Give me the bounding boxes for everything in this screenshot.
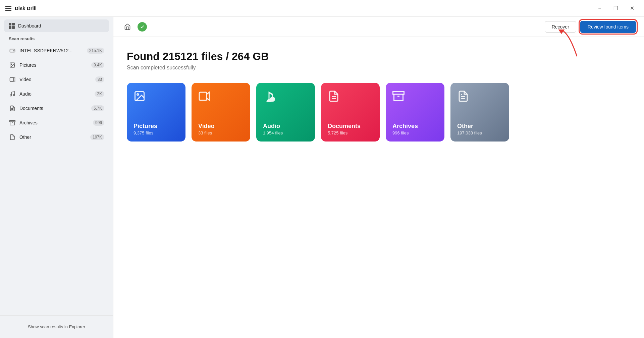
card-audio-name: Audio	[263, 123, 308, 130]
content-area: Recover Review found items Found 215121 …	[113, 17, 644, 338]
sidebar-documents-count: 5.7K	[91, 105, 104, 111]
card-documents[interactable]: Documents 5,725 files	[321, 83, 380, 142]
pictures-icon	[9, 61, 16, 69]
archives-icon	[9, 119, 16, 126]
title-bar-left: Disk Drill	[5, 5, 593, 11]
svg-rect-9	[10, 120, 15, 122]
card-video-icon	[198, 90, 244, 105]
sidebar-item-documents[interactable]: Documents 5.7K	[4, 101, 109, 115]
dashboard-label: Dashboard	[18, 23, 41, 29]
card-other-icon	[457, 90, 502, 105]
card-video-name: Video	[198, 123, 244, 130]
sidebar-item-intel-ssd[interactable]: INTEL SSDPEKNW512... 215.1K	[4, 44, 109, 58]
sidebar-pictures-name: Pictures	[19, 62, 91, 68]
card-pictures-count: 9,375 files	[133, 130, 179, 135]
card-video[interactable]: Video 33 files	[192, 83, 250, 142]
documents-icon	[9, 105, 16, 112]
svg-point-3	[11, 64, 12, 64]
sidebar-nav: Dashboard Scan results INTEL SSDPEKNW512…	[0, 17, 113, 147]
video-icon	[9, 76, 16, 83]
title-bar: Disk Drill − ❐ ✕	[0, 0, 644, 17]
content-toolbar: Recover Review found items	[113, 17, 644, 37]
sidebar-item-other[interactable]: Other 197K	[4, 130, 109, 144]
app-body: Dashboard Scan results INTEL SSDPEKNW512…	[0, 17, 644, 338]
sidebar-item-audio[interactable]: Audio 2K	[4, 87, 109, 101]
card-pictures-name: Pictures	[133, 123, 179, 130]
sidebar-audio-count: 2K	[95, 91, 104, 97]
file-type-cards: Pictures 9,375 files Video 33 files	[127, 83, 631, 142]
sidebar-video-count: 33	[95, 76, 104, 82]
card-other-name: Other	[457, 123, 502, 130]
sidebar-item-dashboard[interactable]: Dashboard	[4, 19, 109, 32]
svg-point-13	[137, 94, 139, 96]
sidebar-archives-count: 996	[93, 120, 104, 126]
audio-icon	[9, 90, 16, 98]
sidebar: Dashboard Scan results INTEL SSDPEKNW512…	[0, 17, 113, 338]
card-audio-icon	[263, 90, 308, 105]
scan-status: Scan completed successfully	[127, 65, 631, 71]
title-bar-controls: − ❐ ✕	[593, 2, 639, 15]
sidebar-intel-count: 215.1K	[87, 48, 104, 54]
sidebar-item-pictures[interactable]: Pictures 9.4K	[4, 58, 109, 72]
card-pictures[interactable]: Pictures 9,375 files	[127, 83, 185, 142]
sidebar-video-name: Video	[19, 77, 95, 82]
sidebar-intel-name: INTEL SSDPEKNW512...	[19, 48, 87, 53]
svg-rect-4	[10, 77, 14, 81]
minimize-button[interactable]: −	[593, 2, 606, 15]
home-button[interactable]	[121, 21, 133, 33]
sidebar-other-count: 197K	[90, 134, 104, 140]
close-button[interactable]: ✕	[625, 2, 639, 15]
maximize-button[interactable]: ❐	[609, 2, 623, 15]
card-archives-name: Archives	[392, 123, 438, 130]
other-icon	[9, 133, 16, 141]
card-audio-count: 1,954 files	[263, 130, 308, 135]
card-audio[interactable]: Audio 1,954 files	[256, 83, 315, 142]
svg-point-6	[13, 94, 15, 96]
scan-results-label: Scan results	[4, 34, 109, 43]
card-documents-count: 5,725 files	[328, 130, 373, 135]
found-title: Found 215121 files / 264 GB	[127, 50, 631, 63]
sidebar-footer: Show scan results in Explorer	[0, 315, 113, 338]
app-title: Disk Drill	[15, 5, 37, 11]
card-archives[interactable]: Archives 996 files	[386, 83, 444, 142]
sidebar-item-archives[interactable]: Archives 996	[4, 116, 109, 130]
sidebar-documents-name: Documents	[19, 106, 91, 111]
sidebar-pictures-count: 9.4K	[91, 62, 104, 68]
svg-point-5	[10, 95, 12, 96]
card-documents-name: Documents	[328, 123, 373, 130]
hdd-icon	[9, 47, 16, 54]
svg-rect-17	[393, 92, 404, 95]
svg-point-1	[13, 50, 14, 51]
review-found-items-button[interactable]: Review found items	[580, 21, 636, 33]
sidebar-other-name: Other	[19, 134, 90, 140]
grid-icon	[9, 23, 15, 29]
sidebar-archives-name: Archives	[19, 120, 93, 125]
card-documents-icon	[328, 90, 373, 105]
sidebar-audio-name: Audio	[19, 91, 95, 97]
hamburger-icon[interactable]	[5, 6, 11, 11]
card-archives-icon	[392, 90, 438, 105]
show-explorer-button[interactable]: Show scan results in Explorer	[5, 321, 108, 333]
card-archives-count: 996 files	[392, 130, 438, 135]
card-video-count: 33 files	[198, 130, 244, 135]
card-other[interactable]: Other 197,038 files	[450, 83, 509, 142]
scan-complete-icon	[138, 22, 147, 32]
card-pictures-icon	[133, 90, 179, 105]
recover-button[interactable]: Recover	[545, 21, 576, 33]
svg-rect-14	[199, 92, 207, 100]
sidebar-item-video[interactable]: Video 33	[4, 72, 109, 87]
card-other-count: 197,038 files	[457, 130, 502, 135]
main-content: Found 215121 files / 264 GB Scan complet…	[113, 37, 644, 338]
